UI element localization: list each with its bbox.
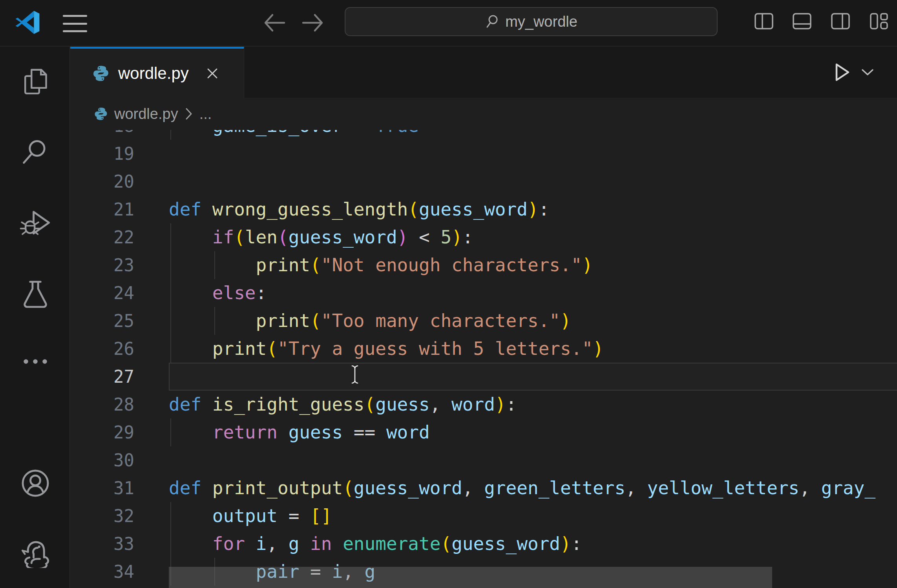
code-token: ): [593, 338, 604, 359]
code-token: for: [212, 533, 245, 554]
tab-wordle-py[interactable]: wordle.py: [70, 47, 244, 98]
python-env-snake-icon[interactable]: [20, 537, 51, 568]
code-line[interactable]: 32 output = []: [70, 502, 897, 530]
code-line[interactable]: 28def is_right_guess(guess, word):: [70, 391, 897, 418]
code-line[interactable]: 25 print("Too many characters."): [70, 307, 897, 335]
code-token: print: [256, 310, 310, 331]
testing-flask-icon[interactable]: [20, 278, 51, 310]
command-center-search[interactable]: my_wordle: [345, 7, 718, 36]
run-file-play-icon[interactable]: [833, 61, 851, 83]
code-token: (: [310, 310, 321, 331]
toggle-sidebar-icon[interactable]: [754, 10, 774, 31]
code-line[interactable]: 30: [70, 446, 897, 474]
run-debug-play-bug-icon[interactable]: [20, 208, 51, 239]
hamburger-menu-icon[interactable]: [63, 15, 87, 32]
code-token: 5: [440, 226, 451, 248]
code-token: [332, 533, 343, 554]
code-editor[interactable]: 18 game_is_over = True192021def wrong_gu…: [70, 130, 897, 588]
code-token: ): [560, 310, 571, 331]
code-token: gray_: [821, 477, 875, 499]
toggle-panel-icon[interactable]: [792, 10, 812, 31]
line-number[interactable]: 33: [70, 530, 134, 558]
arrow-left-icon[interactable]: [262, 11, 287, 35]
code-token: ): [451, 226, 462, 248]
indent-guide: [170, 307, 171, 335]
code-token: :: [506, 394, 517, 415]
code-line[interactable]: 18 game_is_over = True: [70, 130, 897, 140]
line-number[interactable]: 26: [70, 335, 134, 363]
code-token: print_output: [212, 477, 343, 499]
horizontal-scrollbar[interactable]: [169, 567, 772, 588]
code-token: return: [212, 422, 278, 443]
line-number[interactable]: 18: [70, 130, 134, 140]
code-token: [299, 533, 310, 554]
line-number[interactable]: 23: [70, 251, 134, 279]
line-number[interactable]: 25: [70, 307, 134, 335]
code-token: [169, 338, 212, 359]
code-line[interactable]: 20: [70, 168, 897, 195]
breadcrumb-file[interactable]: wordle.py: [114, 106, 178, 122]
arrow-right-icon[interactable]: [300, 11, 325, 35]
line-number[interactable]: 19: [70, 140, 134, 168]
code-token: :: [539, 199, 550, 220]
code-text: [169, 363, 897, 391]
code-line[interactable]: 26 print("Try a guess with 5 letters."): [70, 335, 897, 363]
code-line[interactable]: 33 for i, g in enumerate(guess_word):: [70, 530, 897, 558]
search-value: my_wordle: [505, 13, 577, 30]
code-line[interactable]: 23 print("Not enough characters."): [70, 251, 897, 279]
code-line[interactable]: 22 if(len(guess_word) < 5):: [70, 223, 897, 251]
close-icon[interactable]: [204, 65, 221, 82]
code-line[interactable]: 19: [70, 140, 897, 168]
indent-guide: [170, 279, 171, 307]
line-number[interactable]: 32: [70, 502, 134, 530]
code-text: else:: [169, 279, 897, 307]
breadcrumb-symbol-tail[interactable]: ...: [199, 106, 212, 122]
code-token: (: [408, 199, 419, 220]
toggle-secondary-sidebar-icon[interactable]: [830, 10, 851, 31]
code-token: [245, 533, 256, 554]
code-token: :: [256, 282, 267, 303]
line-number[interactable]: 24: [70, 279, 134, 307]
code-line[interactable]: 24 else:: [70, 279, 897, 307]
activity-bar: [0, 47, 70, 588]
code-line[interactable]: 27: [70, 363, 897, 391]
line-number[interactable]: 34: [70, 558, 134, 586]
code-token: if: [212, 226, 234, 248]
line-number[interactable]: 29: [70, 418, 134, 446]
code-token: word: [386, 422, 430, 443]
explorer-copy-pages-icon[interactable]: [20, 66, 51, 97]
search-magnifier-icon[interactable]: [20, 136, 51, 168]
code-token: guess_word: [354, 477, 462, 499]
code-text: [169, 446, 897, 474]
more-ellipsis-icon[interactable]: [20, 357, 51, 366]
code-token: enumerate: [343, 533, 440, 554]
line-number[interactable]: 27: [70, 363, 134, 391]
code-token: def: [169, 477, 212, 499]
code-token: ,: [430, 394, 451, 415]
code-token: ,: [267, 533, 288, 554]
line-number[interactable]: 20: [70, 168, 134, 195]
magnifier-icon: [485, 14, 500, 29]
indent-guide: [170, 530, 171, 558]
run-dropdown-chevron-down-icon[interactable]: [861, 68, 874, 77]
code-token: guess_word: [289, 226, 397, 248]
code-line[interactable]: 29 return guess == word: [70, 418, 897, 446]
code-token: ): [560, 533, 571, 554]
customize-layout-icon[interactable]: [869, 10, 889, 31]
breadcrumb: wordle.py ...: [70, 98, 897, 130]
indent-guide: [170, 418, 171, 446]
code-line[interactable]: 31def print_output(guess_word, green_let…: [70, 474, 897, 502]
code-token: (: [365, 394, 376, 415]
line-number[interactable]: 28: [70, 391, 134, 418]
tab-label: wordle.py: [118, 64, 189, 83]
line-number[interactable]: 30: [70, 446, 134, 474]
indent-guide: [170, 130, 171, 140]
accounts-person-circle-icon[interactable]: [20, 467, 51, 499]
line-number[interactable]: 31: [70, 474, 134, 502]
code-token: []: [310, 505, 332, 526]
line-number[interactable]: 22: [70, 223, 134, 251]
line-number[interactable]: 21: [70, 195, 134, 223]
code-line[interactable]: 21def wrong_guess_length(guess_word):: [70, 195, 897, 223]
code-token: ): [582, 254, 593, 276]
python-file-icon: [94, 107, 108, 121]
